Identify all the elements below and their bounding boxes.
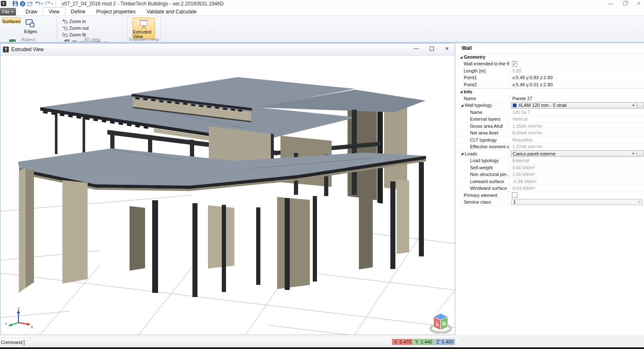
property-value: External — [509, 158, 644, 164]
ribbon-group-3d-view: + Zoom in − Zoom out Zoom fit 3D view po… — [57, 16, 127, 42]
restore-button[interactable] — [623, 2, 627, 5]
property-label: Name — [458, 95, 509, 102]
property-value: Monolithic — [509, 137, 644, 143]
redo-icon[interactable] — [44, 0, 51, 7]
checkbox[interactable] — [512, 192, 517, 198]
property-value: 1.50 kN/m² — [509, 171, 644, 178]
section-label[interactable]: ◢Info — [458, 89, 644, 95]
tab-view[interactable]: View — [43, 7, 65, 16]
viewport-minimize-button[interactable]: — — [414, 46, 419, 52]
coordinate-z: Z: 5.400 — [435, 339, 455, 345]
axis-y-label: Y — [5, 322, 7, 326]
property-value[interactable]: x:5.49 y:0.01 z:2.80 — [509, 81, 644, 88]
tab-draw[interactable]: Draw — [20, 8, 43, 16]
axis-indicator: Z Y X — [4, 307, 33, 332]
wall-typology-dropdown[interactable]: XLAM 120 mm - 5 strati▼ — [511, 102, 636, 109]
edges-label: Edges — [24, 29, 37, 34]
chevron-down-icon[interactable]: ▼ — [632, 104, 635, 107]
viewport-maximize-button[interactable] — [430, 47, 434, 51]
property-label: Wall extended to the fl... — [458, 61, 509, 67]
property-row-length-m: Length [m]0.82 — [458, 67, 644, 75]
property-row-self-weight: Self-weight0.60 kN/m² — [458, 164, 644, 171]
property-value: Vertical — [509, 116, 644, 123]
property-label: Leeward surface — [458, 178, 509, 185]
property-label: Service class — [458, 199, 509, 206]
property-row-gross-area-afull: Gross area Afull1.20e5 mm²/m — [458, 123, 644, 130]
zoom-fit-icon — [62, 32, 68, 37]
expander-icon[interactable]: ◢ — [461, 103, 463, 107]
expander-icon[interactable]: ◢ — [461, 152, 463, 155]
browse-button[interactable]: ... — [637, 150, 644, 157]
property-row-point2: Point2x:5.49 y:0.01 z:2.80 — [458, 81, 644, 88]
surfaces-button[interactable]: Surfaces — [2, 17, 21, 23]
minimize-button[interactable]: — — [608, 1, 613, 7]
tab-validate-and-calculate[interactable]: Validate and Calculate — [141, 8, 202, 16]
dropdown-value: Carico pareti esterne — [513, 151, 630, 156]
command-caret — [24, 340, 24, 345]
expander-icon[interactable]: ◢ — [460, 90, 462, 93]
panel-section-geometry: ◢Geometry — [458, 54, 644, 61]
ribbon-group-aspect: Surfaces Edges Colour by property Aspect — [0, 16, 57, 42]
chevron-down-icon[interactable]: ▼ — [632, 152, 635, 155]
property-value: 120 5s T — [509, 109, 644, 116]
separator — [55, 1, 56, 6]
title-bar: T ? ▾ ▾ v07_27_04_2016 mod 2 - TimberTec… — [0, 0, 644, 7]
property-row-load-typology: Load typologyExternal — [458, 158, 644, 165]
service-class-select[interactable]: 1˅ — [511, 199, 642, 205]
property-value: 0.60 kN/m² — [509, 164, 644, 171]
file-menu-label: File — [2, 9, 10, 14]
panel-title: Wall — [458, 43, 644, 54]
color-chip — [513, 103, 517, 107]
tab-project-properties[interactable]: Project properties — [91, 8, 141, 16]
property-label: Net area Anet — [458, 130, 509, 137]
property-row-primary-element: Primary element — [458, 192, 644, 199]
browse-button[interactable]: ... — [637, 102, 644, 109]
viewport-close-button[interactable]: ✕ — [445, 46, 449, 52]
group-label-extruded-view: Extruded View — [127, 37, 161, 42]
coordinate-x: X: 5.470 — [392, 339, 413, 345]
property-label: Point1 — [458, 75, 509, 81]
loads-dropdown[interactable]: Carico pareti esterne▼ — [511, 150, 636, 157]
property-value[interactable]: x:5.49 y:0.83 z:2.80 — [509, 75, 644, 81]
zoom-fit-label: Zoom fit — [69, 32, 86, 37]
command-bar[interactable]: Command: X: 5.470 Y: 2.440 Z: 5.400 — [0, 337, 458, 347]
property-row-leeward-surface: Leeward surface-0.38 kN/m² — [458, 178, 644, 185]
undo-dropdown-caret[interactable]: ▾ — [42, 2, 43, 5]
coordinate-readout: X: 5.470 Y: 2.440 Z: 5.400 — [392, 339, 455, 345]
redo-dropdown-caret[interactable]: ▾ — [52, 2, 53, 5]
axis-z-label: Z — [18, 307, 20, 311]
logo-letter-left: L — [436, 321, 439, 327]
command-label: Command: — [1, 340, 23, 345]
expander-icon[interactable]: ◢ — [460, 55, 462, 59]
ribbon: Surfaces Edges Colour by property Aspect… — [0, 16, 644, 42]
property-label: Windward surface — [458, 185, 509, 192]
file-menu-button[interactable]: File▼ — [0, 8, 16, 16]
property-value: 1.07e8 mm⁴/m — [509, 144, 644, 150]
property-row-service-class: Service class1˅ — [458, 199, 644, 206]
extruded-view-button[interactable]: Extruded View — [132, 18, 155, 39]
edges-button[interactable]: Edges — [21, 17, 40, 36]
update-icon[interactable] — [27, 0, 34, 7]
property-value[interactable]: Parete 27 — [509, 95, 644, 102]
property-row-loads: ◢LoadsCarico pareti esterne▼... — [458, 150, 644, 158]
chevron-down-icon[interactable]: ˅ — [638, 200, 640, 204]
3d-canvas[interactable]: Z Y X L B — [0, 56, 455, 335]
property-row-name: Name120 5s T — [458, 109, 644, 116]
undo-icon[interactable] — [34, 0, 41, 7]
zoom-in-label: Zoom in — [69, 19, 86, 24]
building-model — [0, 56, 455, 335]
help-icon[interactable]: ? — [19, 0, 26, 7]
app-icon: T — [1, 1, 6, 6]
tab-define[interactable]: Define — [65, 8, 91, 16]
property-row-name: NameParete 27 — [458, 95, 644, 102]
zoom-out-button[interactable]: − Zoom out — [61, 25, 90, 31]
zoom-out-icon: − — [62, 26, 68, 31]
wall-properties-panel: Wall ◢GeometryWall extended to the fl...… — [458, 43, 644, 335]
checkbox[interactable]: ✓ — [512, 61, 517, 67]
extruded-view-titlebar[interactable]: T Extruded View — ✕ — [0, 44, 455, 56]
extruded-view-window: T Extruded View — ✕ — [0, 43, 455, 335]
section-label[interactable]: ◢Geometry — [458, 54, 644, 60]
zoom-in-button[interactable]: + Zoom in — [61, 18, 90, 24]
close-button[interactable]: ✕ — [637, 1, 641, 6]
save-icon[interactable] — [12, 0, 18, 7]
